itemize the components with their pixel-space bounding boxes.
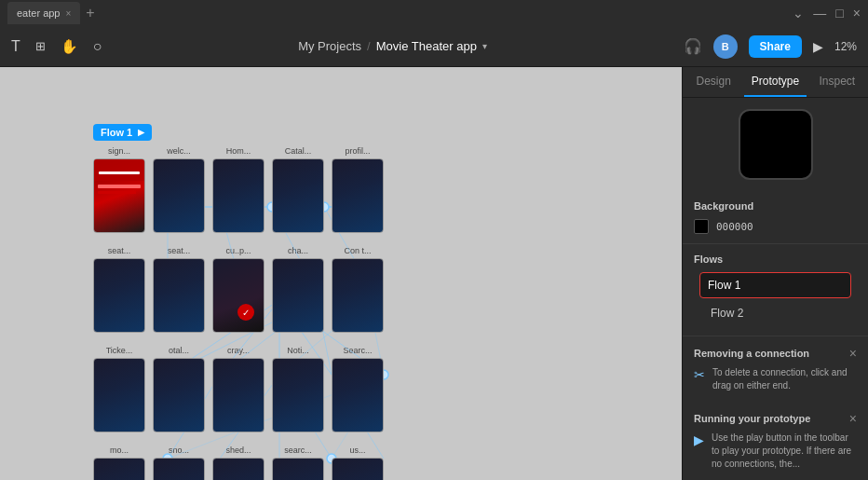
frame-thumbnail[interactable] <box>153 358 205 432</box>
frame-thumbnail[interactable] <box>153 458 205 480</box>
list-item[interactable]: us... <box>332 446 384 480</box>
frame-label: shed... <box>225 446 251 455</box>
frame-label: Ticke... <box>106 346 133 355</box>
frame-thumbnail[interactable] <box>332 458 384 480</box>
frame-thumbnail[interactable] <box>93 258 145 333</box>
new-tab-button[interactable]: + <box>86 6 94 21</box>
removing-connection-close-icon[interactable]: × <box>849 346 857 361</box>
list-item[interactable]: Noti... <box>272 346 324 432</box>
running-prototype-section: Running your prototype × ▶ Use the play … <box>683 402 868 480</box>
frame-thumbnail[interactable] <box>153 258 205 333</box>
project-dropdown-icon[interactable]: ▾ <box>482 41 487 51</box>
frame-label: seat... <box>108 246 131 255</box>
active-tab[interactable]: eater app × <box>7 2 80 24</box>
frame-label: mo... <box>110 446 129 455</box>
tab-inspect[interactable]: Inspect <box>807 67 868 97</box>
my-projects-link[interactable]: My Projects <box>298 39 361 53</box>
background-color-swatch[interactable] <box>694 219 709 234</box>
main-area: Flow 1 ▶ <box>0 67 868 480</box>
list-item[interactable]: seat... <box>153 246 205 333</box>
list-item[interactable]: sign... <box>93 146 145 233</box>
frame-thumbnail[interactable] <box>93 158 145 233</box>
frame-thumbnail[interactable] <box>332 258 384 333</box>
running-prototype-close-icon[interactable]: × <box>849 411 857 426</box>
frame-thumbnail[interactable] <box>153 158 205 233</box>
flow-label[interactable]: Flow 1 ▶ <box>93 124 152 141</box>
frame-thumbnail[interactable] <box>272 358 324 432</box>
headphone-icon[interactable]: 🎧 <box>684 37 702 55</box>
tab-design[interactable]: Design <box>683 67 744 97</box>
background-color-value[interactable]: 000000 <box>716 221 753 233</box>
collapse-icon[interactable]: ⌄ <box>793 6 804 21</box>
list-item[interactable]: Ticke... <box>93 346 145 432</box>
share-button[interactable]: Share <box>749 35 802 58</box>
scissors-icon: ✂ <box>694 367 705 382</box>
frames-row-1: sign... welc... <box>93 146 671 233</box>
frame-thumbnail[interactable] <box>272 158 324 233</box>
avatar[interactable]: B <box>713 34 738 59</box>
frame-thumbnail[interactable] <box>272 458 324 480</box>
list-item[interactable]: mo... <box>93 446 145 480</box>
flow-item-1[interactable]: Flow 1 <box>699 272 851 298</box>
text-tool-icon[interactable]: T <box>11 38 20 55</box>
list-item[interactable]: welc... <box>153 146 205 233</box>
maximize-icon[interactable]: □ <box>835 6 843 21</box>
list-item[interactable]: cray... <box>212 346 264 432</box>
hand-tool-icon[interactable]: ✋ <box>61 38 78 55</box>
list-item[interactable]: cha... <box>272 246 324 333</box>
components-tool-icon[interactable]: ⊞ <box>35 39 46 53</box>
background-row: 000000 <box>694 219 857 234</box>
running-prototype-text: Use the play button in the toolbar to pl… <box>712 432 857 471</box>
frame-label: cray... <box>227 346 250 355</box>
tab-title: eater app <box>17 7 60 19</box>
play-info-icon: ▶ <box>694 432 704 447</box>
zoom-level[interactable]: 12% <box>834 40 857 53</box>
close-icon[interactable]: × <box>853 6 861 21</box>
removing-connection-body: ✂ To delete a connection, click and drag… <box>694 366 857 392</box>
list-item[interactable]: seat... <box>93 246 145 333</box>
list-item[interactable]: Catal... <box>272 146 324 233</box>
background-section: Background 000000 <box>683 191 868 244</box>
tab-prototype[interactable]: Prototype <box>744 67 806 97</box>
frame-thumbnail[interactable] <box>212 158 264 233</box>
comment-tool-icon[interactable]: ○ <box>93 38 102 55</box>
list-item[interactable]: searc... <box>272 446 324 480</box>
list-item[interactable]: cu..p... ✓ <box>212 246 264 333</box>
toolbar-right: 🎧 B Share ▶ 12% <box>684 34 857 59</box>
list-item[interactable]: profil... <box>332 146 384 233</box>
frame-label: welc... <box>167 146 191 156</box>
flows-section: Flows Flow 1 Flow 2 <box>683 244 868 336</box>
frame-label: cu..p... <box>225 246 251 255</box>
frame-thumbnail[interactable] <box>93 458 145 480</box>
tab-close-icon[interactable]: × <box>65 8 71 19</box>
canvas[interactable]: Flow 1 ▶ <box>0 67 682 480</box>
frame-label: cha... <box>288 246 308 255</box>
flow-label-text: Flow 1 <box>101 127 132 138</box>
frame-label: Searc... <box>343 346 372 355</box>
frame-thumbnail[interactable] <box>272 258 324 333</box>
list-item[interactable]: shed... <box>212 446 264 480</box>
list-item[interactable]: sno... <box>153 446 205 480</box>
running-prototype-body: ▶ Use the play button in the toolbar to … <box>694 432 857 471</box>
frame-label: Catal... <box>285 146 312 156</box>
frame-thumbnail[interactable] <box>332 358 384 432</box>
project-title: Movie Theater app <box>376 39 477 53</box>
list-item[interactable]: otal... <box>153 346 205 432</box>
list-item[interactable]: Con t... <box>332 246 384 333</box>
list-item[interactable]: Searc... <box>332 346 384 432</box>
running-prototype-header: Running your prototype × <box>694 411 857 426</box>
frame-thumbnail[interactable] <box>212 358 264 432</box>
frame-label: searc... <box>284 446 312 455</box>
frame-thumbnail[interactable] <box>93 358 145 432</box>
frame-thumbnail[interactable] <box>332 158 384 233</box>
list-item[interactable]: Hom... <box>212 146 264 233</box>
flow-play-icon[interactable]: ▶ <box>138 128 144 137</box>
right-panel: Design Prototype Inspect Background 0000… <box>682 67 868 480</box>
minimize-icon[interactable]: — <box>813 6 826 21</box>
removing-connection-text: To delete a connection, click and drag o… <box>712 366 857 392</box>
frame-thumbnail[interactable] <box>212 458 264 480</box>
frame-thumbnail[interactable]: ✓ <box>212 258 264 333</box>
frames-row-3: Ticke... otal... cray... Noti... Searc..… <box>93 346 671 432</box>
play-button-icon[interactable]: ▶ <box>813 39 823 54</box>
flow-item-2[interactable]: Flow 2 <box>694 300 857 326</box>
